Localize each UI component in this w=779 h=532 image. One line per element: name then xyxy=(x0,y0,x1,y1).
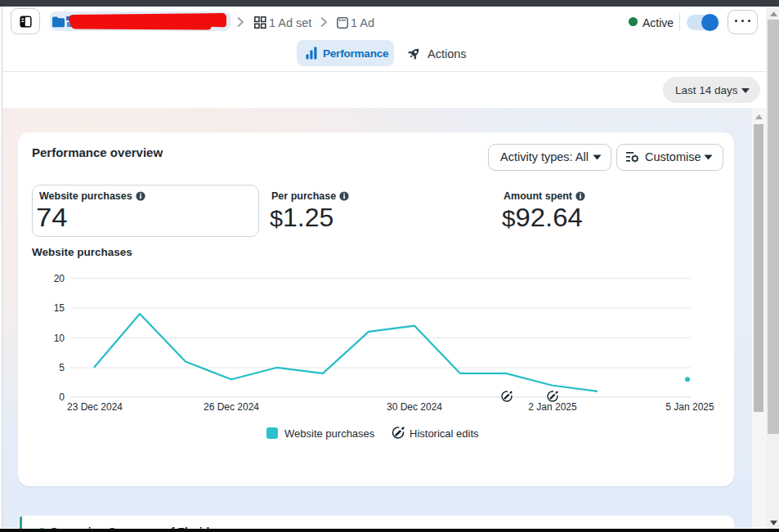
svg-text:26 Dec 2024: 26 Dec 2024 xyxy=(204,401,259,413)
svg-text:10: 10 xyxy=(54,333,65,344)
svg-text:Historical edits: Historical edits xyxy=(410,427,479,440)
svg-text:23 Dec 2024: 23 Dec 2024 xyxy=(67,401,123,413)
svg-text:30 Dec 2024: 30 Dec 2024 xyxy=(387,401,442,413)
svg-text:0: 0 xyxy=(59,391,65,403)
svg-text:5 Jan 2025: 5 Jan 2025 xyxy=(665,401,714,413)
svg-text:2 Jan 2025: 2 Jan 2025 xyxy=(528,401,577,413)
svg-text:15: 15 xyxy=(54,302,65,314)
svg-text:5: 5 xyxy=(59,362,65,373)
svg-text:20: 20 xyxy=(54,273,65,284)
svg-text:Website purchases: Website purchases xyxy=(284,427,375,440)
